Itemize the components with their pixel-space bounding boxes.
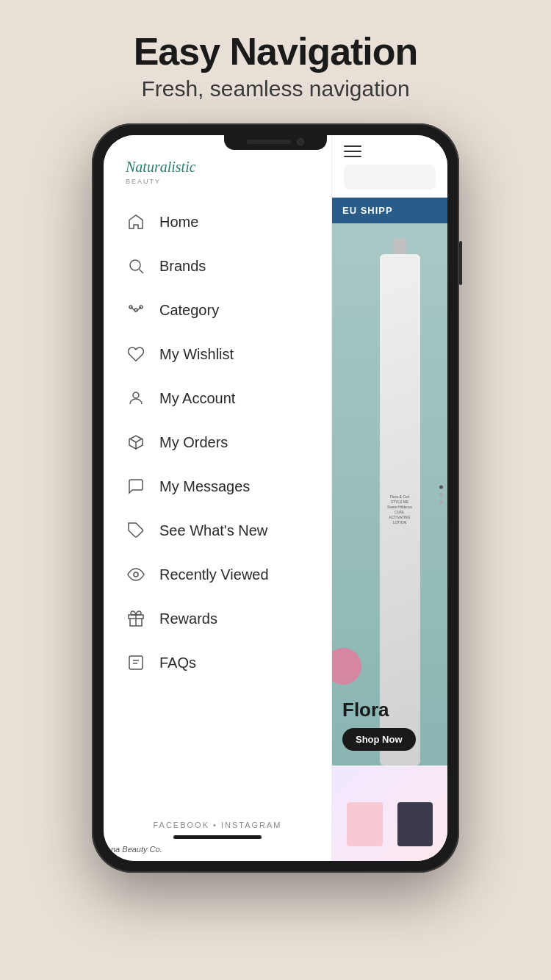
page-title: Easy Navigation bbox=[134, 29, 418, 73]
nav-item-rewards[interactable]: Rewards bbox=[104, 597, 331, 641]
phone-mockup: Naturalistic BEAUTY Home bbox=[92, 123, 459, 873]
nav-item-new[interactable]: See What's New bbox=[104, 508, 331, 552]
message-icon bbox=[126, 476, 146, 497]
svg-point-0 bbox=[130, 260, 140, 270]
social-links: FACEBOOK • INSTAGRAM bbox=[126, 821, 309, 829]
search-icon bbox=[126, 256, 146, 276]
phone-notch bbox=[224, 134, 327, 150]
shop-now-button[interactable]: Shop Now bbox=[342, 728, 416, 751]
nav-label-home: Home bbox=[159, 214, 198, 231]
eye-icon bbox=[126, 564, 146, 585]
dot-3 bbox=[439, 500, 443, 504]
svg-rect-13 bbox=[129, 656, 143, 669]
category-icon bbox=[126, 300, 146, 320]
home-indicator bbox=[173, 835, 262, 839]
volume-button bbox=[459, 241, 462, 285]
heart-icon bbox=[126, 344, 146, 364]
nav-item-account[interactable]: My Account bbox=[104, 376, 331, 420]
search-bar[interactable] bbox=[344, 165, 436, 190]
nav-item-messages[interactable]: My Messages bbox=[104, 464, 331, 508]
logo-text: Naturalistic bbox=[126, 157, 317, 176]
nav-item-wishlist[interactable]: My Wishlist bbox=[104, 332, 331, 376]
product-card-mini: na Beauty Co. bbox=[332, 766, 447, 861]
speaker bbox=[247, 140, 291, 144]
nav-label-orders: My Orders bbox=[159, 434, 228, 451]
logo-sub: BEAUTY bbox=[126, 178, 317, 185]
camera bbox=[297, 138, 304, 145]
box-icon bbox=[126, 432, 146, 453]
svg-point-7 bbox=[133, 392, 139, 398]
nav-label-wishlist: My Wishlist bbox=[159, 346, 234, 363]
svg-point-10 bbox=[134, 572, 138, 577]
nav-item-category[interactable]: Category bbox=[104, 288, 331, 332]
nav-item-recently-viewed[interactable]: Recently Viewed bbox=[104, 552, 331, 597]
faq-icon bbox=[126, 652, 146, 673]
promo-banner: Flora & CurlSTYLE MESweet HibiscusCURL A… bbox=[332, 223, 447, 765]
nav-label-new: See What's New bbox=[159, 522, 267, 539]
nav-label-recently-viewed: Recently Viewed bbox=[159, 566, 269, 583]
brand-caption: na Beauty Co. bbox=[331, 845, 440, 854]
eu-shipping-banner: EU SHIPP bbox=[332, 198, 447, 223]
product-thumb-1 bbox=[347, 802, 383, 846]
svg-line-1 bbox=[140, 270, 144, 274]
drawer-footer: FACEBOOK • INSTAGRAM bbox=[104, 806, 331, 846]
phone-screen: Naturalistic BEAUTY Home bbox=[104, 135, 447, 861]
promo-brand-name: Flora bbox=[342, 699, 389, 721]
page-header: Easy Navigation Fresh, seamless navigati… bbox=[119, 0, 433, 116]
nav-label-rewards: Rewards bbox=[159, 610, 217, 627]
nav-item-home[interactable]: Home bbox=[104, 200, 331, 244]
nav-label-brands: Brands bbox=[159, 258, 206, 275]
content-panel: EU SHIPP Flora & CurlSTYLE MESweet Hibis… bbox=[331, 135, 447, 861]
bottom-products-strip: na Beauty Co. bbox=[332, 765, 447, 861]
nav-label-faqs: FAQs bbox=[159, 655, 196, 671]
dot-1 bbox=[439, 486, 443, 489]
page-subtitle: Fresh, seamless navigation bbox=[134, 76, 418, 101]
gift-icon bbox=[126, 608, 146, 629]
hamburger-line-3 bbox=[344, 156, 361, 157]
home-icon bbox=[126, 212, 146, 232]
nav-item-brands[interactable]: Brands bbox=[104, 244, 331, 288]
brand-logo: Naturalistic bbox=[126, 159, 196, 175]
drawer-panel: Naturalistic BEAUTY Home bbox=[104, 135, 331, 861]
phone-frame: Naturalistic BEAUTY Home bbox=[92, 123, 459, 873]
tag-icon bbox=[126, 520, 146, 541]
account-icon bbox=[126, 388, 146, 408]
nav-label-messages: My Messages bbox=[159, 478, 250, 495]
nav-item-orders[interactable]: My Orders bbox=[104, 420, 331, 464]
dot-2 bbox=[439, 493, 443, 497]
hamburger-line-2 bbox=[344, 151, 361, 152]
product-thumb-2 bbox=[397, 802, 433, 846]
nav-list: Home Brands Category bbox=[104, 200, 331, 806]
nav-label-account: My Account bbox=[159, 390, 235, 407]
content-header bbox=[332, 135, 447, 198]
dots-indicator bbox=[439, 486, 443, 504]
hamburger-line-1 bbox=[344, 145, 361, 147]
hamburger-button[interactable] bbox=[344, 145, 364, 157]
logo-area: Naturalistic BEAUTY bbox=[104, 157, 331, 200]
flower-decoration bbox=[332, 648, 383, 707]
nav-label-category: Category bbox=[159, 302, 219, 319]
nav-item-faqs[interactable]: FAQs bbox=[104, 641, 331, 685]
